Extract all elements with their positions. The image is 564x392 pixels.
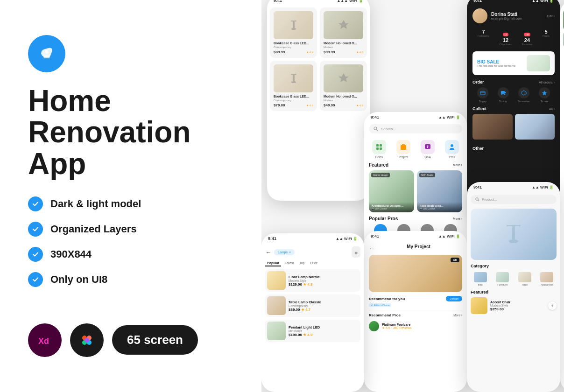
status-bar-profile: 9:41 ▲▲ WiFi 🔋 [467,0,560,5]
phone-project: 9:41 ▲▲ WiFi 🔋 ← My Project AR Recommend… [364,231,467,392]
svg-rect-19 [376,147,379,150]
xd-badge[interactable]: Xd [28,323,62,357]
search-content: Product... Category Bed Furniture [467,191,560,318]
logo-icon [28,35,65,72]
collect-img-1[interactable] [472,114,513,140]
tab-top[interactable]: Top [297,260,306,266]
check-icon-2 [28,222,43,237]
nav-qa[interactable]: Q&A [421,140,435,159]
right-panel: 9:41 ▲▲▲WiFi🔋 Bookcase Glass LED... Cont… [261,0,564,392]
svg-line-34 [478,200,479,201]
cat-furniture[interactable]: Furniture [493,272,513,286]
feature-organized: Organized Layers [28,222,233,237]
nav-polos[interactable]: Polos [372,140,386,159]
svg-marker-14 [338,73,349,82]
status-bar-main: 9:41 ▲▲ WiFi 🔋 [364,112,467,121]
order-to-ship[interactable]: To ship [498,87,509,103]
categories-content: Bedroom Products Beds & Headb... Bedding… [560,51,564,138]
product-card-1[interactable]: Bookcase Glass LED... Contemporary $89.9… [270,7,317,58]
search-bar[interactable]: Search... [369,124,462,133]
cat-grid: Bed Furniture Table Appliances [471,272,557,286]
svg-point-33 [476,198,478,200]
featured-product[interactable]: Accent Chair Modern Style $259.00 + [471,297,557,314]
search-bar-2[interactable]: Product... [471,195,557,204]
svg-rect-17 [376,144,379,147]
nav-pros[interactable]: Pros [445,140,459,159]
filter-content: ← Lamps × ⚙ Popular Latest Top Price [261,243,364,346]
svg-point-9 [291,28,296,30]
featured-card-2[interactable]: SOH Studio Face Rock beac... 📷 296 Colle… [417,170,462,212]
svg-rect-36 [512,226,515,240]
status-bar-cat: 9:41 ▲▲ WiFi 🔋 [560,0,564,9]
add-button[interactable]: + [548,301,557,310]
svg-rect-29 [501,91,505,94]
cat-table[interactable]: Table [515,272,535,286]
recommend-pros-section: Recommend Pros More › Platinum Poolcare … [369,310,462,333]
feature-platform: Only on UI8 [28,272,233,287]
figma-badge[interactable] [70,323,104,357]
order-to-receive[interactable]: To receive [518,87,529,103]
status-bar-project: 9:41 ▲▲ WiFi 🔋 [364,231,467,240]
order-to-pay[interactable]: To pay [477,87,488,103]
svg-point-13 [291,81,296,83]
svg-point-30 [501,94,502,95]
svg-marker-10 [338,20,349,29]
svg-rect-22 [402,144,405,146]
svg-rect-12 [293,75,295,82]
svg-rect-8 [293,21,295,29]
svg-point-26 [451,144,453,147]
svg-point-37 [509,239,518,243]
quick-nav: Polos Project Q&A Pros [364,136,467,162]
filter-button[interactable]: ⚙ [352,246,360,258]
product-card-2[interactable]: Modern Hollowed O... Modern $99.99 ★ 4.8 [320,7,367,58]
phone-categories: 9:41 ▲▲ WiFi 🔋 Kitchen Living Bedroom Pr… [560,0,564,392]
product-img-3 [274,64,313,92]
lamps-tag[interactable]: Lamps × [274,249,295,255]
svg-point-0 [45,50,49,54]
tab-latest[interactable]: Latest [283,260,296,266]
check-icon-3 [28,247,43,262]
svg-rect-11 [291,74,296,75]
feature-size: 390X844 [28,247,233,262]
features-list: Dark & light model Organized Layers 390X… [28,196,233,297]
svg-line-16 [377,130,378,131]
filter-results: Floor Lamp Nordic Modern Style $129.00 ★… [265,269,360,342]
collect-img-2[interactable] [515,114,555,140]
cat-bed[interactable]: Bed [471,272,490,286]
product-card-4[interactable]: Modern Hollowed O... Modern $49.99 ★ 4.8 [320,61,367,111]
featured-card-1[interactable]: Interior design Architectural Designs ..… [369,170,414,212]
product-thumb [471,209,557,260]
product-card-3[interactable]: Bookcase Glass LED... Contemporary $79.0… [270,61,317,111]
main-title: Home Renovation App [28,85,233,180]
status-icons: ▲▲▲WiFi🔋 [337,0,363,3]
cat-appliances[interactable]: Appliances [537,272,557,286]
filter-tabs: Popular Latest Top Price [265,260,360,266]
tab-popular[interactable]: Popular [265,260,281,266]
product-grid: Bookcase Glass LED... Contemporary $89.9… [267,5,370,114]
product-img-4 [324,64,363,92]
svg-point-15 [374,127,377,130]
profile-section: Dorina Stati example@gmail.com Edit › 7 … [467,5,560,155]
left-panel: Home Renovation App Dark & light model O… [0,0,261,392]
avatar [472,8,487,23]
order-section: Order All orders › To pay To ship [472,80,555,103]
svg-rect-27 [480,91,485,95]
platinum-avatar [369,321,379,331]
svg-point-31 [504,94,505,95]
tab-price[interactable]: Price [308,260,319,266]
svg-rect-7 [291,21,296,21]
check-icon [28,196,43,211]
svg-rect-20 [380,147,382,150]
svg-marker-32 [542,91,547,95]
product-img-1 [274,11,313,39]
profile-stats: 7 Following 19 12 Ovuchers 198 24 Review… [472,29,555,46]
nav-project[interactable]: Project [396,140,410,159]
svg-rect-35 [507,225,521,226]
other-section: Other [472,143,555,152]
sale-banner[interactable]: BIG SALE The first step for a better hom… [472,51,555,75]
platinum-row[interactable]: Platinum Poolcare ★ 5.0 · 360 Reviews [369,319,462,333]
status-bar-shop: 9:41 ▲▲▲WiFi🔋 [267,0,370,5]
status-bar-filter: 9:41 ▲▲ WiFi 🔋 [261,233,364,243]
order-to-rate[interactable]: To rate [539,87,550,103]
collect-section: Collect All › [472,106,555,140]
